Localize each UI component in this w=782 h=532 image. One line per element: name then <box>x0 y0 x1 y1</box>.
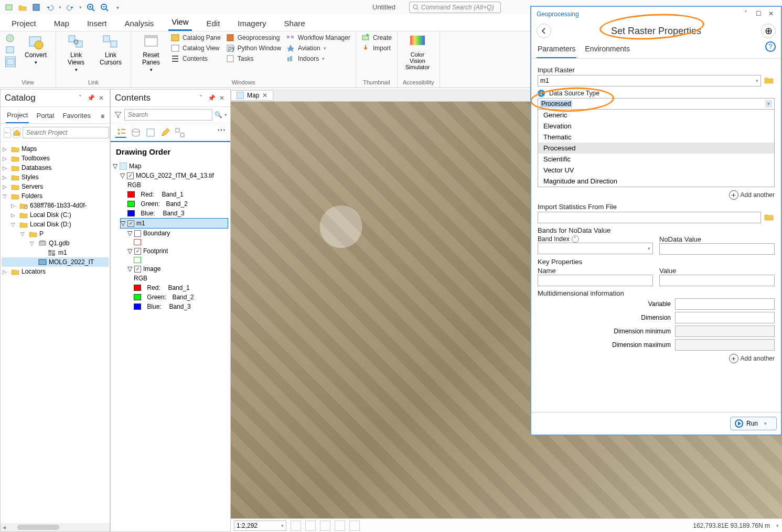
status-table-icon[interactable] <box>305 520 316 531</box>
new-project-icon[interactable] <box>4 3 14 12</box>
import-thumbnail-button[interactable]: Import <box>361 44 392 52</box>
tasks-button[interactable]: Tasks <box>226 55 281 63</box>
list-by-selection-icon[interactable] <box>144 126 156 138</box>
checkbox-icon[interactable] <box>134 230 141 237</box>
tree-item-m1[interactable]: m1 <box>2 248 109 257</box>
dst-option-vector-uv[interactable]: Vector UV <box>538 165 774 176</box>
maximize-icon[interactable]: ☐ <box>754 10 763 18</box>
dim-max-field[interactable] <box>675 339 775 351</box>
qat-customize-icon[interactable]: ▾ <box>116 5 119 10</box>
tree-item-maps[interactable]: ▷Maps <box>2 144 109 154</box>
catalog-search-input[interactable] <box>23 127 109 138</box>
aviation-button[interactable]: Aviation ▾ <box>286 44 350 52</box>
list-by-editing-icon[interactable] <box>159 126 170 138</box>
save-icon[interactable] <box>31 3 41 12</box>
tree-item-c-drive[interactable]: ▷Local Disk (C:) <box>2 210 109 220</box>
tree-item-p[interactable]: ▽P <box>2 229 109 238</box>
dst-option-processed[interactable]: Processed <box>538 143 774 154</box>
contents-search-input[interactable] <box>124 109 212 121</box>
horizontal-scrollbar[interactable]: ◂ <box>1 523 110 531</box>
color-vision-simulator-button[interactable]: Color Vision Simulator <box>403 34 432 70</box>
toc-boundary[interactable]: ▽Boundary <box>127 229 228 238</box>
dst-option-elevation[interactable]: Elevation <box>538 121 774 132</box>
filter-icon[interactable] <box>114 111 122 119</box>
redo-icon[interactable] <box>66 3 75 12</box>
catalog-tab-portal[interactable]: Portal <box>35 110 55 123</box>
redo-dropdown-icon[interactable]: ▾ <box>79 5 82 10</box>
status-north-icon[interactable] <box>349 520 360 531</box>
browse-icon[interactable] <box>764 213 775 222</box>
undo-dropdown-icon[interactable]: ▾ <box>59 5 61 10</box>
undo-icon[interactable] <box>45 3 55 12</box>
parameters-tab[interactable]: Parameters <box>537 41 576 58</box>
dst-option-magnitude[interactable]: Magnitude and Direction <box>538 176 774 187</box>
reset-panes-button[interactable]: Reset Panes▾ <box>136 34 166 72</box>
key-value-field[interactable] <box>659 275 775 286</box>
status-selection-icon[interactable] <box>291 520 301 531</box>
input-raster-field[interactable]: m1▾ <box>538 75 761 86</box>
globe-icon[interactable] <box>5 34 16 43</box>
dimension-field[interactable] <box>675 312 775 323</box>
checkbox-icon[interactable]: ✓ <box>127 172 134 179</box>
python-window-button[interactable]: pyPython Window <box>226 44 281 52</box>
back-button[interactable] <box>537 24 551 38</box>
tree-item-toolboxes[interactable]: ▷Toolboxes <box>2 154 109 163</box>
close-icon[interactable]: ✕ <box>766 10 776 18</box>
tree-item-databases[interactable]: ▷Databases <box>2 163 109 172</box>
tree-item-q1-gdb[interactable]: ▽Q1.gdb <box>2 238 109 248</box>
pin-icon[interactable]: 📌 <box>87 94 95 102</box>
zoom-out-icon[interactable] <box>100 3 109 12</box>
tree-item-molg[interactable]: MOLG_2022_IT <box>2 257 109 267</box>
workflow-manager-button[interactable]: Workflow Manager <box>286 34 350 42</box>
status-grid-icon[interactable] <box>335 520 345 531</box>
variable-field[interactable] <box>675 298 775 310</box>
catalog-options-icon[interactable]: ˅ <box>76 94 84 102</box>
dim-min-field[interactable] <box>675 325 775 337</box>
info-icon[interactable]: i <box>538 90 545 97</box>
catalog-tab-favorites[interactable]: Favorites <box>61 110 91 123</box>
toc-molg-tif[interactable]: ▽✓MOLG_2022_ITM_64_13.tif <box>120 171 228 180</box>
open-project-icon[interactable] <box>18 3 27 12</box>
close-icon[interactable]: ✕ <box>97 94 105 102</box>
tree-item-locators[interactable]: ▷Locators <box>2 267 109 276</box>
search-dropdown-icon[interactable]: ▾ <box>224 112 227 117</box>
map-tab[interactable]: Map ✕ <box>231 90 273 101</box>
contents-options-icon[interactable]: ˅ <box>197 94 205 102</box>
pin-icon[interactable]: 📌 <box>207 94 216 102</box>
indoors-button[interactable]: Indoors ▾ <box>286 55 350 63</box>
tree-item-d-drive[interactable]: ▽Local Disk (D:) <box>2 220 109 229</box>
close-icon[interactable]: ✕ <box>262 92 267 99</box>
tab-imagery[interactable]: Imagery <box>234 16 269 31</box>
add-another-raster[interactable]: +Add another <box>538 190 775 200</box>
toc-m1[interactable]: ▽✓m1 <box>120 218 228 229</box>
tree-item-guid-folder[interactable]: ▷638ff786-1b33-4d0f- <box>2 201 109 210</box>
catalog-tab-project[interactable]: Project <box>6 109 29 123</box>
link-views-button[interactable]: Link Views▾ <box>61 34 91 72</box>
contents-button[interactable]: Contents <box>171 55 221 63</box>
catalog-menu-icon[interactable]: ≡ <box>101 113 104 120</box>
dst-option-thematic[interactable]: Thematic <box>538 132 774 143</box>
tab-edit[interactable]: Edit <box>203 16 223 31</box>
status-snap-icon[interactable] <box>320 520 330 531</box>
dst-option-generic[interactable]: Generic <box>538 110 774 121</box>
environments-tab[interactable]: Environments <box>584 41 631 58</box>
create-thumbnail-button[interactable]: +Create <box>361 34 392 42</box>
catalog-view-button[interactable]: Catalog View <box>171 44 221 52</box>
run-button[interactable]: Run▾ <box>730 417 777 430</box>
tab-view[interactable]: View <box>168 14 191 31</box>
catalog-pane-button[interactable]: Catalog Pane <box>171 34 221 42</box>
tab-insert[interactable]: Insert <box>84 16 110 31</box>
add-favorite-button[interactable]: ⊕ <box>761 24 776 38</box>
coords-dropdown-icon[interactable]: ▾ <box>776 523 779 528</box>
zoom-in-icon[interactable] <box>86 3 95 12</box>
dst-option-scientific[interactable]: Scientific <box>538 154 774 165</box>
checkbox-icon[interactable]: ✓ <box>134 248 141 255</box>
map-icon[interactable] <box>5 45 16 55</box>
tab-project[interactable]: Project <box>8 16 39 31</box>
tab-analysis[interactable]: Analysis <box>121 16 157 31</box>
close-icon[interactable]: ✕ <box>218 94 226 102</box>
chevron-down-icon[interactable]: ˅ <box>572 235 579 243</box>
import-stats-field[interactable] <box>538 212 761 223</box>
list-by-source-icon[interactable] <box>130 126 141 138</box>
tree-item-folders[interactable]: ▽Folders <box>2 191 109 201</box>
